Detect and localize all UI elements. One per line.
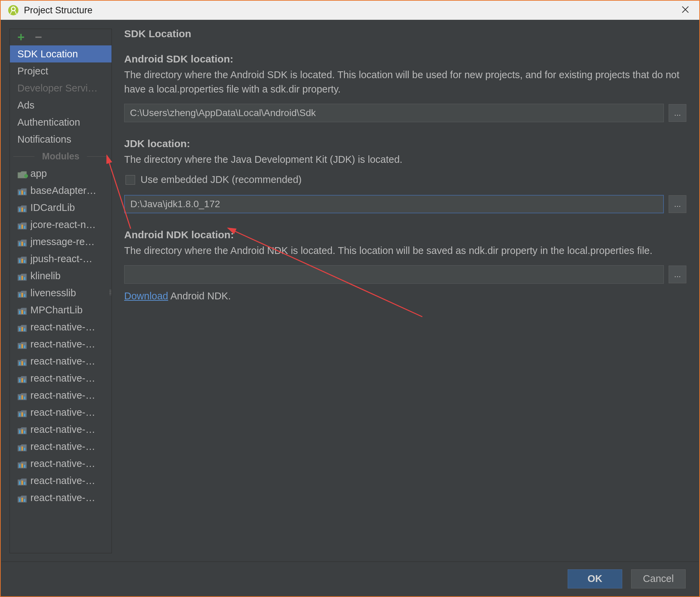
svg-rect-34	[24, 345, 25, 348]
module-label: react-native-…	[30, 356, 112, 367]
module-label: react-native-…	[30, 475, 112, 486]
svg-rect-9	[21, 208, 23, 212]
svg-rect-59	[19, 498, 20, 502]
module-item[interactable]: jpush-react-…	[10, 250, 112, 267]
main-body: + − SDK Location Project Developer Servi…	[1, 20, 699, 562]
svg-rect-33	[21, 344, 23, 348]
module-item[interactable]: react-native-…	[10, 421, 112, 438]
remove-icon: −	[35, 31, 42, 43]
module-item[interactable]: react-native-…	[10, 336, 112, 353]
module-item[interactable]: react-native-…	[10, 438, 112, 455]
module-label: react-native-…	[30, 441, 112, 452]
module-folder-icon	[17, 340, 27, 348]
svg-rect-43	[24, 397, 25, 399]
svg-rect-28	[24, 311, 25, 314]
module-folder-icon	[17, 409, 27, 416]
module-item[interactable]: baseAdapter…	[10, 182, 112, 199]
sidebar-item-project[interactable]: Project	[10, 62, 112, 80]
sdk-browse-button[interactable]: ...	[669, 104, 686, 122]
jdk-field-row: ...	[124, 195, 686, 213]
svg-rect-18	[21, 259, 23, 263]
jdk-location-input[interactable]	[124, 195, 664, 213]
svg-point-2	[12, 8, 15, 10]
app-module-icon	[17, 170, 27, 177]
svg-rect-20	[19, 276, 20, 280]
module-folder-icon	[17, 204, 27, 211]
module-item[interactable]: react-native-…	[10, 404, 112, 421]
cancel-button[interactable]: Cancel	[631, 569, 686, 588]
svg-rect-32	[19, 345, 20, 348]
svg-rect-39	[21, 378, 23, 382]
download-ndk-link[interactable]: Download	[124, 290, 168, 301]
svg-rect-23	[19, 294, 20, 297]
sidebar-item-notifications[interactable]: Notifications	[10, 131, 112, 148]
module-folder-icon	[17, 374, 27, 382]
sidebar-item-developer-services[interactable]: Developer Servi…	[10, 80, 112, 97]
module-item[interactable]: app	[10, 165, 112, 182]
sidebar-item-label: Developer Servi…	[17, 83, 98, 94]
module-item[interactable]: react-native-…	[10, 353, 112, 370]
svg-rect-58	[24, 482, 25, 485]
sidebar-list: SDK Location Project Developer Servi… Ad…	[10, 45, 112, 553]
ndk-field-row: ...	[124, 265, 686, 284]
svg-rect-40	[24, 380, 25, 382]
module-folder-icon	[17, 426, 27, 433]
sidebar-item-ads[interactable]: Ads	[10, 97, 112, 114]
svg-rect-51	[21, 446, 23, 451]
sdk-location-input[interactable]	[124, 104, 664, 122]
svg-rect-27	[21, 310, 23, 314]
module-folder-icon	[17, 392, 27, 399]
module-folder-icon	[17, 357, 27, 365]
close-icon[interactable]	[678, 4, 692, 17]
sidebar-modules-header: Modules	[10, 148, 112, 165]
module-label: react-native-…	[30, 458, 112, 469]
svg-rect-14	[19, 242, 20, 246]
svg-rect-57	[21, 481, 23, 485]
module-label: react-native-…	[30, 424, 112, 435]
ndk-browse-button[interactable]: ...	[669, 266, 686, 283]
add-icon[interactable]: +	[17, 31, 25, 43]
module-item[interactable]: react-native-…	[10, 472, 112, 489]
ok-button[interactable]: OK	[568, 569, 622, 588]
resize-grip-icon[interactable]: ⠿⠿⠿	[109, 290, 112, 304]
module-item[interactable]: react-native-…	[10, 318, 112, 336]
module-item[interactable]: jcore-react-n…	[10, 216, 112, 233]
ndk-location-input[interactable]	[124, 265, 664, 284]
jdk-browse-button[interactable]: ...	[669, 195, 686, 213]
jdk-location-label: JDK location:	[124, 138, 686, 150]
sidebar-item-label: Project	[17, 66, 48, 77]
module-item[interactable]: react-native-…	[10, 455, 112, 472]
svg-rect-56	[19, 481, 20, 485]
module-folder-icon	[17, 323, 27, 331]
module-label: react-native-…	[30, 492, 112, 503]
module-folder-icon	[17, 221, 27, 228]
content-area: ⠿⠿⠿ SDK Location Android SDK location: T…	[112, 20, 699, 562]
module-item[interactable]: IDCardLib	[10, 199, 112, 216]
sidebar-item-sdk-location[interactable]: SDK Location	[10, 45, 112, 62]
module-label: klinelib	[30, 270, 112, 282]
module-item[interactable]: MPChartLib	[10, 301, 112, 318]
svg-rect-54	[21, 464, 23, 468]
sidebar-item-label: Authentication	[17, 117, 80, 128]
module-label: jcore-react-n…	[30, 219, 112, 230]
module-item[interactable]: react-native-…	[10, 370, 112, 387]
module-item[interactable]: react-native-…	[10, 489, 112, 506]
svg-rect-42	[21, 395, 23, 399]
module-label: react-native-…	[30, 407, 112, 418]
svg-rect-13	[24, 226, 25, 229]
module-item[interactable]: react-native-…	[10, 387, 112, 404]
svg-rect-60	[21, 498, 23, 502]
module-item[interactable]: jmessage-re…	[10, 233, 112, 250]
jdk-checkbox-row: Use embedded JDK (recommended)	[124, 174, 686, 185]
module-item[interactable]: klinelib	[10, 267, 112, 284]
module-label: MPChartLib	[30, 304, 112, 316]
svg-rect-38	[19, 379, 20, 382]
sidebar-item-authentication[interactable]: Authentication	[10, 114, 112, 131]
use-embedded-jdk-checkbox[interactable]	[126, 175, 135, 185]
module-item[interactable]: livenesslib	[10, 284, 112, 301]
page-title: SDK Location	[124, 28, 686, 40]
svg-rect-46	[24, 414, 25, 416]
download-ndk-rest: Android NDK.	[168, 290, 231, 301]
svg-rect-25	[24, 294, 25, 297]
dialog-window: Project Structure + − SDK Location Proje…	[0, 0, 700, 597]
